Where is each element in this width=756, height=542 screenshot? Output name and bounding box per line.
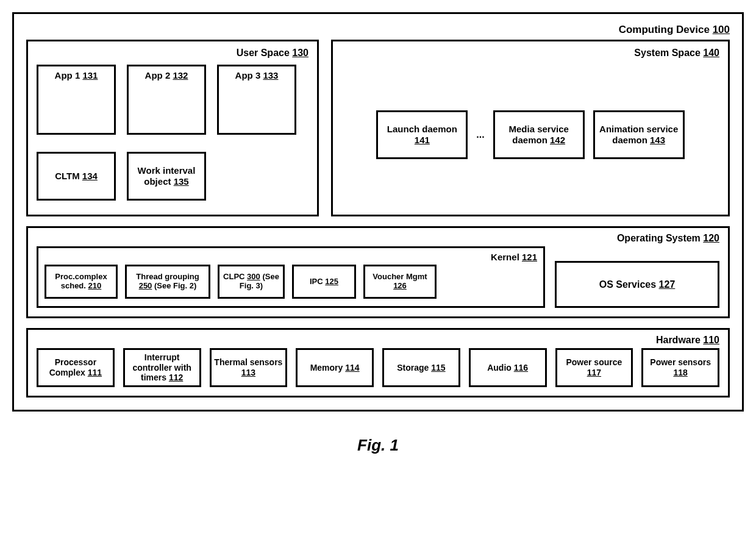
media-daemon-box: Media service daemon 142 — [493, 110, 585, 159]
power-source-box: Power source 117 — [555, 348, 633, 387]
os-inner-row: Kernel 121 Proc.complex sched. 210 Threa… — [37, 246, 719, 308]
user-space-label: User Space 130 — [37, 48, 308, 59]
app-3-box: App 3 133 — [217, 65, 296, 135]
cltm-box: CLTM 134 — [37, 152, 116, 201]
proc-sched-box: Proc.complex sched. 210 — [45, 265, 118, 299]
operating-system-label: Operating System 120 — [37, 233, 719, 244]
storage-box: Storage 115 — [382, 348, 460, 387]
ipc-box: IPC 125 — [292, 265, 356, 299]
computing-device-label: Computing Device 100 — [26, 24, 730, 36]
system-space-label: System Space 140 — [341, 48, 719, 59]
kernel-box: Kernel 121 Proc.complex sched. 210 Threa… — [37, 246, 545, 308]
processor-complex-box: Processor Complex 111 — [37, 348, 115, 387]
cltm-row: CLTM 134 Work interval object 135 — [37, 152, 308, 201]
audio-box: Audio 116 — [469, 348, 547, 387]
operating-system-box: Operating System 120 Kernel 121 Proc.com… — [26, 226, 730, 318]
kernel-label: Kernel 121 — [45, 252, 537, 262]
thermal-sensors-box: Thermal sensors 113 — [210, 348, 288, 387]
user-space-box: User Space 130 App 1 131 App 2 132 App 3… — [26, 40, 319, 216]
apps-row: App 1 131 App 2 132 App 3 133 — [37, 65, 308, 135]
launch-daemon-box: Launch daemon 141 — [376, 110, 468, 159]
memory-box: Memory 114 — [296, 348, 374, 387]
power-sensors-box: Power sensors 118 — [641, 348, 719, 387]
voucher-mgmt-box: Voucher Mgmt 126 — [363, 265, 437, 299]
app-1-box: App 1 131 — [37, 65, 116, 135]
top-row: User Space 130 App 1 131 App 2 132 App 3… — [26, 40, 730, 216]
app-2-box: App 2 132 — [127, 65, 206, 135]
animation-daemon-box: Animation service daemon 143 — [593, 110, 685, 159]
clpc-box: CLPC 300 (See Fig. 3) — [218, 265, 285, 299]
system-space-box: System Space 140 Launch daemon 141 ... M… — [331, 40, 730, 216]
daemon-row: Launch daemon 141 ... Media service daem… — [341, 65, 719, 205]
hardware-box: Hardware 110 Processor Complex 111 Inter… — [26, 328, 730, 398]
figure-caption: Fig. 1 — [12, 436, 744, 455]
interrupt-controller-box: Interrupt controller with timers 112 — [123, 348, 201, 387]
hardware-label: Hardware 110 — [37, 335, 719, 346]
kernel-row: Proc.complex sched. 210 Thread grouping … — [45, 265, 537, 299]
computing-device-box: Computing Device 100 User Space 130 App … — [12, 12, 744, 412]
thread-grouping-box: Thread grouping 250 (See Fig. 2) — [125, 265, 210, 299]
os-services-box: OS Services 127 — [555, 261, 719, 308]
work-interval-box: Work interval object 135 — [127, 152, 206, 201]
ellipsis: ... — [476, 129, 484, 140]
hardware-row: Processor Complex 111 Interrupt controll… — [37, 348, 719, 387]
